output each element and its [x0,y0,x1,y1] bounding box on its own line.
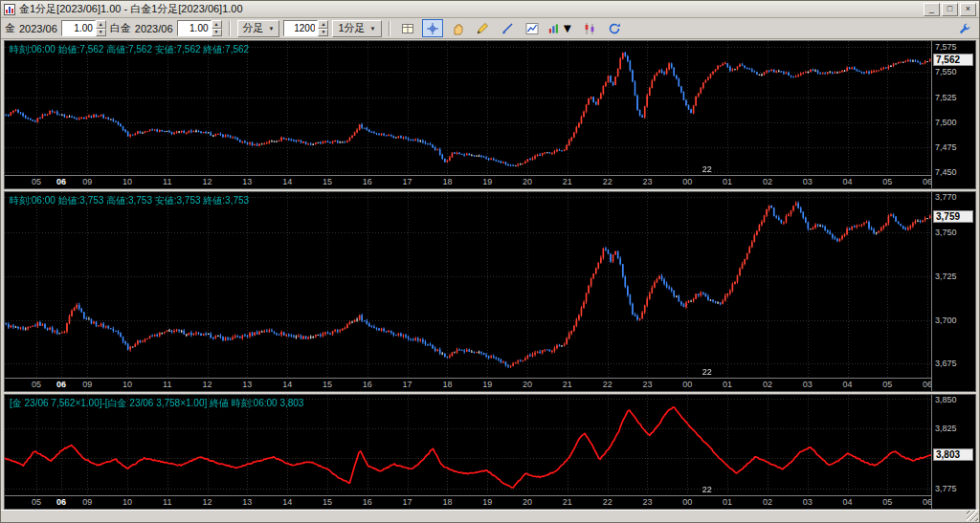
time-label: 02 [763,177,772,186]
price-label: 3,700 [935,316,957,325]
platinum-chart-plot[interactable]: 時刻:06:00 始値:3,753 高値:3,753 安値:3,753 終値:3… [5,192,931,379]
time-label: 00 [682,177,692,186]
time-label: 21 [563,380,572,389]
time-label: 16 [363,497,372,507]
gold-ratio-input[interactable] [61,20,96,36]
time-label: 19 [482,497,492,507]
hand-button[interactable] [447,19,468,37]
price-label: 7,475 [935,142,957,152]
period-dropdown-label: 分足 [243,21,264,35]
gold-ohlc-info: 時刻:06:00 始値:7,562 高値:7,562 安値:7,562 終値:7… [10,43,249,56]
time-label: 06 [56,497,66,507]
time-label: 19 [482,380,492,389]
date-label: 22 [702,164,712,174]
gold-chart-panel: 時刻:06:00 始値:7,562 高値:7,562 安値:7,562 終値:7… [4,40,976,189]
settings-button[interactable] [954,19,975,37]
time-label: 11 [163,177,171,186]
line-chart-button[interactable] [522,19,543,37]
crosshair-button[interactable] [422,19,443,37]
platinum-candles-canvas [5,192,931,378]
time-label: 18 [442,177,452,186]
platinum-ratio-input[interactable] [177,20,212,36]
draw-line-button[interactable] [497,19,518,37]
time-label: 03 [803,177,813,186]
minimize-button[interactable]: _ [924,3,940,16]
price-label: 3,675 [935,359,957,368]
time-label: 04 [842,380,852,389]
platinum-ratio-up-button[interactable]: ▲ [212,20,222,29]
gold-ratio-spinner: ▲ ▼ [61,20,106,36]
time-label: 15 [323,380,332,389]
platinum-ohlc-info: 時刻:06:00 始値:3,753 高値:3,753 安値:3,753 終値:3… [10,194,249,207]
time-label: 13 [242,497,252,507]
time-label: 23 [642,380,652,389]
time-label: 21 [563,497,572,507]
candlestick-icon [583,22,596,35]
price-label: 7,525 [935,93,957,102]
time-label: 16 [363,177,372,186]
bar-chart-dropdown-button[interactable]: ▼ [546,19,575,37]
gold-candles-canvas [5,41,931,175]
candlestick-button[interactable] [579,19,600,37]
platinum-month-label: 2023/06 [135,23,173,34]
spread-price-axis: 3,803 3,8503,8253,775 [931,395,975,509]
status-bar [1,510,979,522]
time-label: 17 [403,497,412,507]
time-label: 09 [82,177,92,186]
time-label: 05 [32,177,41,186]
time-label: 01 [723,380,732,389]
time-label: 01 [723,497,732,507]
bar-count-input[interactable] [283,20,318,36]
time-label: 11 [163,380,171,389]
resize-grip[interactable] [967,511,978,521]
gold-last-price-badge: 7,562 [933,54,973,66]
dropdown-caret-icon: ▼ [370,26,376,32]
platinum-label: 白金 [110,21,131,35]
maximize-button[interactable]: □ [942,3,958,16]
time-label: 02 [763,380,772,389]
time-label: 04 [842,497,852,507]
spread-chart-plot[interactable]: [金 23/06 7,562×1.00]-[白金 23/06 3,758×1.0… [5,395,931,496]
time-label: 06 [56,177,66,186]
time-label: 17 [403,177,412,186]
period-dropdown[interactable]: 分足 ▼ [237,20,280,37]
time-label: 05 [882,497,892,507]
time-label: 02 [763,497,772,507]
time-label: 03 [803,497,813,507]
time-label: 09 [82,497,92,507]
time-label: 10 [122,380,132,389]
time-label: 14 [282,380,292,389]
close-button[interactable]: × [960,3,976,16]
gold-chart-plot[interactable]: 時刻:06:00 始値:7,562 高値:7,562 安値:7,562 終値:7… [5,41,931,176]
time-label: 13 [242,380,252,389]
time-label: 15 [323,497,332,507]
platinum-ratio-down-button[interactable]: ▼ [212,29,222,37]
title-bar[interactable]: 金1分足[2023/06]1.00 - 白金1分足[2023/06]1.00 _… [1,1,979,18]
time-label: 16 [363,380,372,389]
toolbar-separator [229,21,231,36]
bar-count-up-button[interactable]: ▲ [318,20,328,29]
time-label: 23 [642,497,652,507]
time-label: 22 [603,497,612,507]
gold-ratio-up-button[interactable]: ▲ [96,20,106,29]
chart-area: 時刻:06:00 始値:7,562 高値:7,562 安値:7,562 終値:7… [1,39,979,510]
pencil-button[interactable] [472,19,493,37]
price-label: 3,725 [935,272,957,281]
gold-ratio-down-button[interactable]: ▼ [96,29,106,37]
spread-formula-info: [金 23/06 7,562×1.00]-[白金 23/06 3,758×1.0… [10,397,303,410]
time-label: 11 [163,497,171,507]
time-label: 12 [203,177,212,186]
price-label: 7,450 [935,167,957,177]
bar-count-down-button[interactable]: ▼ [318,29,328,37]
refresh-button[interactable] [604,19,625,37]
draw-line-icon [501,22,514,35]
interval-dropdown[interactable]: 1分足 ▼ [332,20,381,37]
time-label: 09 [82,380,92,389]
bar-count-spinner: ▲ ▼ [283,20,328,36]
app-icon [4,4,15,15]
time-label: 18 [442,497,452,507]
gold-time-axis: 0506091011121314151617181920212223000102… [5,176,931,188]
time-label: 10 [122,497,132,507]
board-button[interactable] [397,19,418,37]
gold-month-label: 2023/06 [19,23,57,34]
